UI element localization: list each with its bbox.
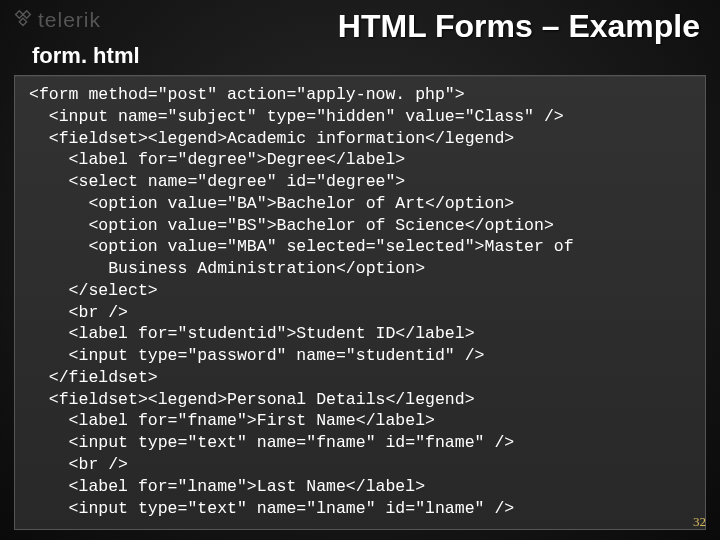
- page-number: 32: [693, 514, 706, 530]
- brand-logo: telerik: [12, 8, 101, 32]
- filename-label: form. html: [32, 43, 720, 69]
- telerik-icon: [12, 9, 34, 31]
- code-example-box: <form method="post" action="apply-now. p…: [14, 75, 706, 530]
- code-content: <form method="post" action="apply-now. p…: [29, 84, 691, 519]
- slide-header: telerik HTML Forms – Example: [0, 0, 720, 45]
- brand-text: telerik: [38, 8, 101, 32]
- slide-title: HTML Forms – Example: [338, 8, 700, 45]
